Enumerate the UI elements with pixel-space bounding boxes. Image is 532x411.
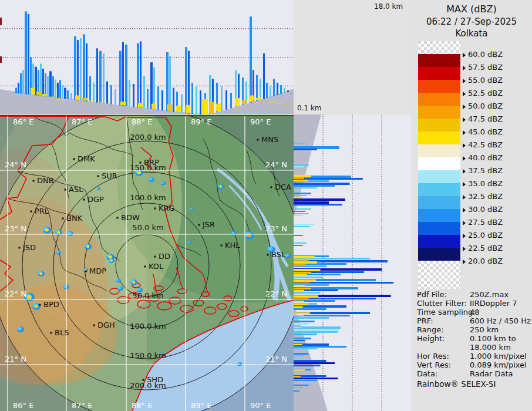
info-value: 1.000 km/pixel (470, 352, 527, 361)
city-dot (83, 199, 85, 201)
colorbar-cell (418, 144, 460, 157)
colorbar-cell (418, 67, 460, 80)
info-value: 250Z.max (470, 290, 509, 299)
city-label: KHL (225, 241, 240, 250)
radar-display-window: 18.0 km 0.1 km 200.0 km150.0 km100.0 km5… (0, 0, 532, 411)
lat-label: 21° N (265, 355, 287, 363)
dbz-tick: 30.0 dBZ (463, 205, 503, 213)
legend-panel: MAX (dBZ) 06:22 / 27-Sep-2025 Kolkata 60… (411, 0, 532, 411)
lon-label: 87° E (72, 117, 92, 126)
dbz-tick: 27.5 dBZ (463, 218, 503, 226)
lon-label: 90° E (250, 117, 271, 126)
city-dot (39, 304, 41, 306)
colorbar-cell (418, 248, 460, 261)
dbz-tick: 20.0 dBZ (463, 257, 503, 265)
dbz-tick: 55.0 dBZ (463, 76, 503, 84)
colorbar-cell (418, 183, 460, 196)
city-label: DGH (97, 321, 115, 329)
lat-label: 22° N (265, 289, 287, 298)
dbz-tick: 37.5 dBZ (463, 166, 503, 174)
dbz-tick: 35.0 dBZ (463, 179, 503, 187)
dbz-tick: 60.0 dBZ (463, 50, 503, 58)
colorbar-cell (418, 119, 460, 132)
colorbar-cell (418, 93, 460, 106)
city-label: BLS (55, 328, 69, 337)
city-dot (19, 247, 21, 249)
city-dot (31, 211, 32, 213)
city-dot (143, 379, 144, 381)
dbz-tick: 40.0 dBZ (463, 153, 503, 161)
city-label: MNS (261, 135, 278, 144)
info-row: Clutter Filter:IIRDoppler 7 (417, 299, 532, 308)
range-label: 150.0 km (130, 351, 166, 360)
info-value: 48 (470, 308, 480, 316)
city-label: DGP (87, 195, 104, 204)
colorbar-cell (418, 54, 460, 67)
dbz-tick: 32.5 dBZ (463, 192, 503, 200)
lon-label: 88° E (132, 117, 152, 126)
city-label: PRL (35, 207, 49, 215)
info-label: Height: (417, 334, 445, 343)
dbz-tick: 45.0 dBZ (463, 127, 503, 136)
info-label: PRF: (417, 316, 433, 325)
product-title: MAX (dBZ) (411, 4, 532, 15)
city-label: BPD (43, 300, 59, 309)
city-dot (93, 325, 95, 326)
city-label: SUR (102, 171, 117, 180)
city-dot (198, 224, 200, 226)
min-height-label: 0.1 km (297, 104, 322, 112)
lat-label: 24° N (265, 160, 287, 169)
range-label: 50.0 km (132, 223, 163, 232)
city-label: JSR (202, 220, 215, 229)
dbz-tick: 52.5 dBZ (463, 89, 503, 97)
lon-label: 87° E (72, 401, 92, 410)
lon-label: 89° E (191, 117, 211, 126)
station-name: Kolkata (411, 28, 532, 39)
city-label: KRG (159, 204, 175, 213)
city-label: MDP (89, 267, 106, 275)
info-value: IIRDoppler 7 (470, 299, 517, 308)
city-label: DD (159, 252, 170, 261)
range-label: 50.0 km (132, 291, 163, 300)
city-label: SHD (147, 375, 163, 384)
lon-label: 88° E (132, 401, 152, 410)
city-dot (50, 332, 52, 334)
city-label: BSL (271, 250, 286, 259)
info-label: Clutter Filter: (417, 299, 467, 308)
colorbar-cell (418, 235, 460, 248)
info-row: Vert Res:0.089 km/pixel (417, 361, 532, 369)
max-height-label: 18.0 km (374, 2, 403, 11)
dbz-colorbar (418, 41, 460, 289)
lon-label: 86° E (13, 117, 33, 126)
radar-map-panel: 200.0 km150.0 km100.0 km50.0 km50.0 km10… (0, 115, 294, 411)
info-value: 250 km (470, 325, 499, 334)
lat-label: 24° N (5, 160, 26, 169)
city-label: ASL (69, 185, 83, 194)
dbz-tick: 25.0 dBZ (463, 231, 503, 239)
colorbar-cell (418, 80, 460, 93)
info-row: Pdf File:250Z.max (417, 290, 532, 299)
colorbar-cell-below-min (418, 261, 460, 289)
colorbar-cell (418, 170, 460, 183)
city-dot (97, 176, 99, 177)
lat-label: 23° N (265, 224, 287, 233)
city-dot (154, 256, 156, 258)
city-label: BRP (144, 158, 159, 167)
city-dot (267, 254, 269, 256)
software-brand: Rainbow® SELEX-SI (417, 380, 532, 389)
city-label: BDW (121, 213, 140, 222)
colorbar-cell-above-max (418, 41, 460, 54)
lat-label: 21° N (5, 355, 26, 363)
info-label: Data: (417, 369, 437, 378)
city-label: KOL (149, 262, 164, 271)
city-dot (85, 271, 87, 272)
city-dot (33, 180, 35, 182)
city-dot (221, 245, 223, 247)
city-label: DCA (275, 183, 291, 191)
city-dot (65, 189, 66, 191)
info-value: 600 Hz / 450 Hz (470, 316, 531, 325)
dbz-tick: 42.5 dBZ (463, 140, 503, 149)
lon-label: 90° E (250, 401, 271, 410)
colorbar-cell (418, 157, 460, 170)
dbz-tick: 22.5 dBZ (463, 244, 503, 252)
